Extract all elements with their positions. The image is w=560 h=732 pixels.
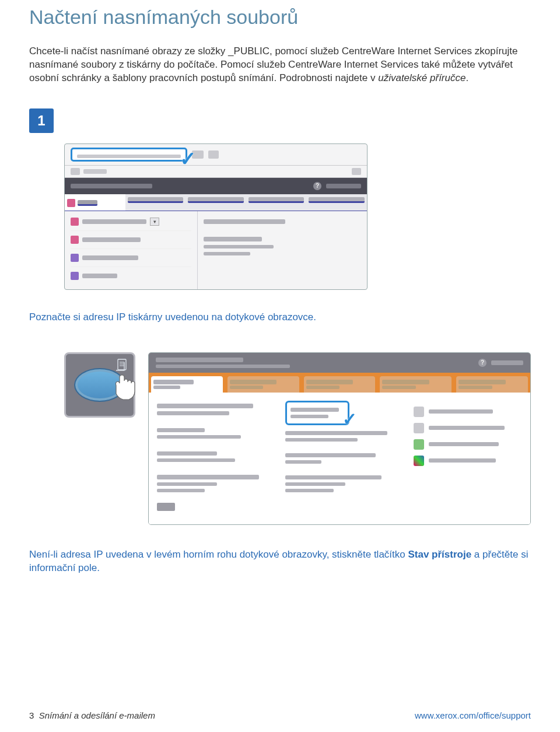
link-item	[414, 439, 522, 450]
page-icon	[414, 407, 424, 417]
tab	[228, 376, 299, 393]
checkmark-icon: ✓	[180, 147, 196, 170]
caption-2a: Není-li adresa IP uvedena v levém horním…	[29, 549, 408, 560]
browser-diagram: ✓ ? ▾	[64, 143, 368, 290]
help-icon: ?	[313, 182, 321, 190]
sidebar-panel: ▾	[65, 211, 198, 289]
chevron-down-icon: ▾	[150, 218, 159, 226]
folder-icon	[71, 236, 79, 244]
touchscreen-panel: ?	[148, 352, 531, 525]
intro-manual-name: uživatelské příručce	[378, 72, 466, 83]
checkmark-icon: ✓	[342, 409, 357, 429]
tab-2	[125, 194, 186, 211]
sidebar-item: ▾	[71, 216, 191, 231]
info-icon	[414, 423, 424, 433]
info-column-2: ✓	[285, 401, 405, 514]
caption-1: Poznačte si adresu IP tiskárny uvedenou …	[29, 311, 531, 324]
tab	[304, 376, 376, 393]
touchscreen-diagram: ?	[64, 352, 531, 525]
down-arrow-icon	[414, 439, 424, 450]
intro-paragraph: Chcete-li načíst nasnímané obrazy ze slo…	[29, 45, 531, 85]
link-item	[414, 407, 522, 417]
app-header-bar: ?	[65, 178, 367, 194]
help-icon: ?	[478, 359, 487, 367]
tab-4	[246, 194, 307, 211]
tab-icon	[67, 199, 75, 207]
tab	[380, 376, 452, 393]
caption-2-button-name: Stav přístroje	[408, 549, 471, 560]
info-column-1	[157, 401, 277, 514]
step-number-badge: 1	[29, 108, 54, 133]
sidebar-item	[71, 231, 191, 249]
ip-address-field: ✓	[285, 401, 349, 425]
tabs-row	[149, 373, 530, 393]
footer-page-number: 3	[29, 710, 34, 720]
caption-2: Není-li adresa IP uvedena v levém horním…	[29, 548, 531, 575]
page-footer: 3 Snímání a odesílání e-mailem www.xerox…	[29, 710, 531, 720]
hand-pointer-icon	[111, 372, 138, 406]
tab	[456, 376, 528, 393]
link-item	[414, 456, 522, 466]
intro-text-3: .	[466, 72, 468, 83]
machine-status-button	[64, 352, 135, 418]
tabs-row	[65, 194, 367, 211]
tab-5	[306, 194, 367, 211]
main-panel	[198, 211, 367, 289]
tab-active	[151, 376, 223, 393]
svg-rect-0	[118, 359, 126, 370]
info-side-links	[414, 401, 522, 514]
color-icon	[414, 456, 424, 466]
footer-support-url: www.xerox.com/office/support	[415, 710, 531, 720]
page-title: Načtení nasnímaných souborů	[29, 6, 531, 29]
folder-icon	[71, 272, 79, 280]
folder-icon	[71, 254, 79, 262]
url-address-bar: ✓	[71, 148, 187, 162]
folder-icon	[71, 218, 79, 226]
link-item	[414, 423, 522, 433]
sidebar-item	[71, 249, 191, 267]
footer-section-title: Snímání a odesílání e-mailem	[39, 710, 155, 720]
sidebar-item	[71, 267, 191, 285]
tab-3	[186, 194, 246, 211]
tab-1	[65, 194, 125, 211]
